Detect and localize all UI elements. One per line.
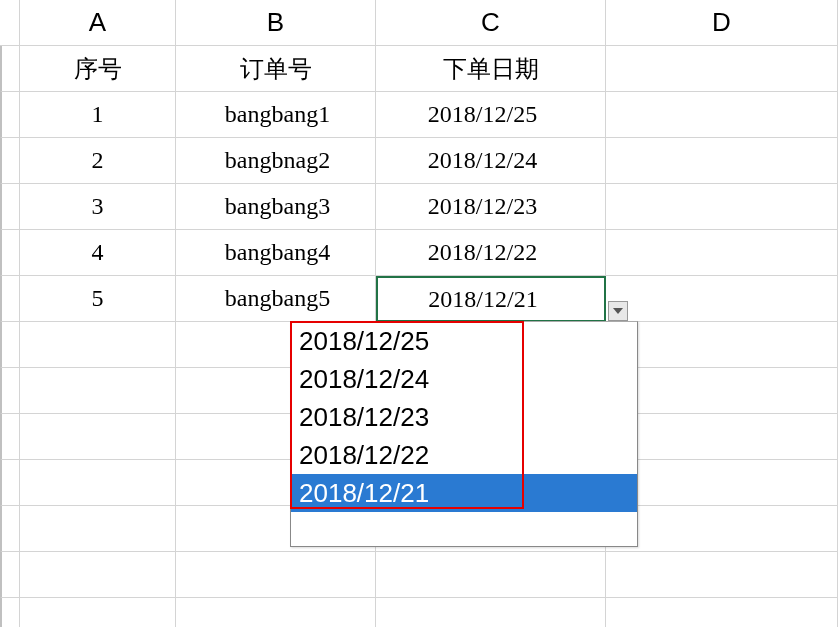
cell-b2[interactable]: bangbang1 <box>176 92 376 138</box>
empty-cell[interactable] <box>606 506 838 552</box>
empty-cell[interactable] <box>606 322 838 368</box>
empty-cell[interactable] <box>606 598 838 627</box>
empty-cell[interactable] <box>20 460 176 506</box>
empty-cell[interactable] <box>20 368 176 414</box>
corner-cell[interactable] <box>0 0 20 46</box>
cell-c4[interactable]: 2018/12/23 <box>376 184 606 230</box>
cell-b4[interactable]: bangbang3 <box>176 184 376 230</box>
row-handle[interactable] <box>0 368 20 414</box>
cell-a5[interactable]: 4 <box>20 230 176 276</box>
empty-cell[interactable] <box>20 598 176 627</box>
row-handle[interactable] <box>0 230 20 276</box>
row-handle[interactable] <box>0 92 20 138</box>
empty-cell[interactable] <box>606 552 838 598</box>
row-handle[interactable] <box>0 184 20 230</box>
row-handle[interactable] <box>0 414 20 460</box>
cell-b6[interactable]: bangbang5 <box>176 276 376 322</box>
cell-c3[interactable]: 2018/12/24 <box>376 138 606 184</box>
dropdown-item[interactable]: 2018/12/24 <box>291 360 637 398</box>
col-header-a[interactable]: A <box>20 0 176 46</box>
empty-cell[interactable] <box>20 414 176 460</box>
cell-b5[interactable]: bangbang4 <box>176 230 376 276</box>
cell-c6[interactable]: 2018/12/21 <box>376 276 606 322</box>
cell-a1[interactable]: 序号 <box>20 46 176 92</box>
cell-c2[interactable]: 2018/12/25 <box>376 92 606 138</box>
empty-cell[interactable] <box>606 460 838 506</box>
empty-cell[interactable] <box>20 506 176 552</box>
cell-a2[interactable]: 1 <box>20 92 176 138</box>
col-header-b[interactable]: B <box>176 0 376 46</box>
dropdown-item[interactable]: 2018/12/22 <box>291 436 637 474</box>
row-handle[interactable] <box>0 322 20 368</box>
cell-a3[interactable]: 2 <box>20 138 176 184</box>
empty-cell[interactable] <box>20 552 176 598</box>
row-handle[interactable] <box>0 506 20 552</box>
row-handle[interactable] <box>0 598 20 627</box>
dropdown-item-selected[interactable]: 2018/12/21 <box>291 474 637 512</box>
cell-a4[interactable]: 3 <box>20 184 176 230</box>
cell-d1[interactable] <box>606 46 838 92</box>
empty-cell[interactable] <box>376 598 606 627</box>
row-handle[interactable] <box>0 46 20 92</box>
cell-d5[interactable] <box>606 230 838 276</box>
cell-d4[interactable] <box>606 184 838 230</box>
empty-cell[interactable] <box>606 414 838 460</box>
cell-b1[interactable]: 订单号 <box>176 46 376 92</box>
empty-cell[interactable] <box>606 368 838 414</box>
dropdown-item[interactable]: 2018/12/25 <box>291 322 637 360</box>
autocomplete-dropdown: 2018/12/25 2018/12/24 2018/12/23 2018/12… <box>290 321 638 547</box>
dropdown-item[interactable]: 2018/12/23 <box>291 398 637 436</box>
cell-d6[interactable] <box>606 276 838 322</box>
cell-b3[interactable]: bangbnag2 <box>176 138 376 184</box>
cell-d3[interactable] <box>606 138 838 184</box>
empty-cell[interactable] <box>176 552 376 598</box>
cell-a6[interactable]: 5 <box>20 276 176 322</box>
dropdown-handle-icon[interactable] <box>608 301 628 321</box>
empty-cell[interactable] <box>176 598 376 627</box>
empty-cell[interactable] <box>20 322 176 368</box>
cell-c5[interactable]: 2018/12/22 <box>376 230 606 276</box>
row-handle[interactable] <box>0 276 20 322</box>
row-handle[interactable] <box>0 552 20 598</box>
col-header-c[interactable]: C <box>376 0 606 46</box>
cell-d2[interactable] <box>606 92 838 138</box>
col-header-d[interactable]: D <box>606 0 838 46</box>
row-handle[interactable] <box>0 138 20 184</box>
cell-c1[interactable]: 下单日期 <box>376 46 606 92</box>
empty-cell[interactable] <box>376 552 606 598</box>
row-handle[interactable] <box>0 460 20 506</box>
